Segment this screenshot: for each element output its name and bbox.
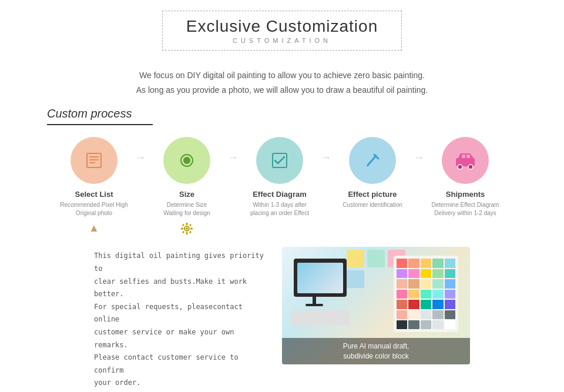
color-swatch bbox=[445, 279, 455, 288]
svg-point-7 bbox=[186, 227, 188, 230]
svg-line-17 bbox=[368, 156, 376, 165]
header-border-box: Exclusive Customization CUSTOMIZATION bbox=[162, 11, 402, 51]
step-desc-5a: Determine Effect Diagram bbox=[432, 201, 499, 209]
bottom-line3: For special requests, pleasecontact onli… bbox=[94, 301, 264, 326]
color-swatch bbox=[421, 300, 431, 309]
arrow-4: → bbox=[414, 137, 424, 164]
step-label-1: Select List bbox=[75, 190, 113, 199]
step-effect-picture: Effect picture Customer identification bbox=[331, 137, 414, 209]
description-line1: We focus on DIY digital oil painting to … bbox=[0, 68, 564, 83]
step-label-2: Size bbox=[179, 190, 194, 199]
bottom-section: This digital oil painting gives priority… bbox=[47, 247, 517, 392]
svg-rect-24 bbox=[466, 155, 470, 158]
svg-rect-23 bbox=[462, 155, 465, 158]
list-icon bbox=[83, 150, 105, 171]
color-swatch bbox=[421, 320, 431, 329]
svg-rect-1 bbox=[89, 156, 99, 158]
color-swatch bbox=[397, 279, 407, 288]
car-icon bbox=[454, 150, 477, 171]
svg-rect-13 bbox=[189, 224, 192, 226]
right-image: Pure AI manual draft, subdivide color bl… bbox=[282, 247, 470, 364]
color-swatch bbox=[408, 320, 419, 329]
keyboard bbox=[291, 310, 350, 325]
bottom-line5: Please contact customer service to confi… bbox=[94, 351, 264, 377]
caption-line1: Pure AI manual draft, bbox=[286, 341, 466, 351]
color-swatch bbox=[421, 310, 431, 319]
step-desc-1a: Recommended Pixel High bbox=[60, 201, 128, 209]
step-circle-2 bbox=[163, 137, 210, 184]
size-icon bbox=[176, 150, 197, 171]
sub-icon-row-1: ▲ bbox=[89, 222, 99, 234]
svg-rect-14 bbox=[182, 231, 184, 233]
description-line2: As long as you provide a photo, we will … bbox=[0, 83, 564, 98]
color-swatch bbox=[432, 300, 443, 309]
process-steps: Select List Recommended Pixel High Origi… bbox=[47, 137, 517, 235]
step-desc-2b: Waiting for design bbox=[163, 209, 210, 217]
svg-rect-11 bbox=[190, 228, 193, 230]
color-tablet bbox=[394, 256, 458, 332]
image-caption: Pure AI manual draft, subdivide color bl… bbox=[282, 338, 470, 365]
arrow-2: → bbox=[228, 137, 239, 164]
color-swatch bbox=[408, 269, 419, 278]
monitor-screen bbox=[297, 263, 343, 293]
color-swatch bbox=[445, 290, 455, 299]
arrow-3: → bbox=[321, 137, 331, 164]
header-subtitle: CUSTOMIZATION bbox=[186, 37, 378, 44]
color-swatch bbox=[408, 310, 419, 319]
svg-rect-8 bbox=[186, 223, 188, 225]
left-text-block: This digital oil painting gives priority… bbox=[94, 247, 264, 390]
checkmark-icon bbox=[269, 150, 290, 171]
custom-process-section: Custom process Select List Recommended P… bbox=[0, 107, 564, 392]
color-swatch bbox=[432, 310, 443, 319]
color-swatch bbox=[445, 300, 455, 309]
color-swatch bbox=[445, 259, 455, 267]
color-swatch bbox=[397, 269, 407, 278]
bottom-line6: your order. bbox=[94, 377, 264, 390]
bottom-line2: clear selfies and busts.Make it work bet… bbox=[94, 276, 264, 301]
color-swatch bbox=[397, 320, 407, 329]
step-circle-3 bbox=[256, 137, 303, 184]
svg-rect-3 bbox=[89, 162, 95, 163]
color-swatch bbox=[397, 259, 407, 267]
sticky-note-1 bbox=[347, 250, 364, 267]
color-swatch bbox=[408, 259, 419, 267]
color-swatch bbox=[408, 300, 419, 309]
step-desc-3a: Within 1-3 days after bbox=[253, 201, 307, 209]
bottom-line1: This digital oil painting gives priority… bbox=[94, 250, 264, 275]
page-wrapper: Exclusive Customization CUSTOMIZATION We… bbox=[0, 0, 564, 392]
step-circle-5 bbox=[442, 137, 489, 184]
step-effect-diagram: Effect Diagram Within 1-3 days after pla… bbox=[239, 137, 321, 217]
section-title-underline bbox=[47, 124, 153, 125]
step-size: Size Determine Size Waiting for design bbox=[146, 137, 228, 235]
svg-point-22 bbox=[468, 165, 473, 169]
svg-rect-12 bbox=[182, 224, 184, 226]
color-swatch bbox=[445, 269, 455, 278]
svg-rect-9 bbox=[186, 232, 188, 234]
step-desc-4a: Customer identification bbox=[343, 201, 402, 209]
section-title: Custom process bbox=[47, 107, 517, 120]
color-swatch bbox=[421, 279, 431, 288]
color-swatch bbox=[408, 290, 419, 299]
color-swatch bbox=[445, 310, 455, 319]
svg-rect-2 bbox=[89, 159, 99, 160]
caption-line2: subdivide color block bbox=[286, 351, 466, 361]
color-swatch bbox=[408, 279, 419, 288]
arrow-1: → bbox=[135, 137, 146, 164]
step-label-3: Effect Diagram bbox=[253, 190, 307, 199]
sticky-note-4 bbox=[347, 270, 364, 288]
color-swatch bbox=[432, 290, 443, 299]
step-desc-3b: placing an order Effect bbox=[250, 209, 309, 217]
color-swatch bbox=[421, 259, 431, 267]
color-swatch bbox=[432, 320, 443, 329]
svg-point-4 bbox=[183, 157, 190, 164]
gear-sub-icon bbox=[180, 222, 193, 235]
step-circle-1 bbox=[70, 137, 118, 184]
step-desc-1b: Original photo bbox=[76, 209, 112, 217]
header-section: Exclusive Customization CUSTOMIZATION bbox=[0, 0, 564, 56]
step-shipments: Shipments Determine Effect Diagram Deliv… bbox=[424, 137, 506, 217]
sub-icon-row-2 bbox=[180, 222, 193, 235]
desk-scene: Pure AI manual draft, subdivide color bl… bbox=[282, 247, 470, 364]
step-circle-4 bbox=[349, 137, 396, 184]
step-desc-5b: Delivery within 1-2 days bbox=[434, 209, 496, 217]
monitor-stand bbox=[313, 297, 316, 304]
